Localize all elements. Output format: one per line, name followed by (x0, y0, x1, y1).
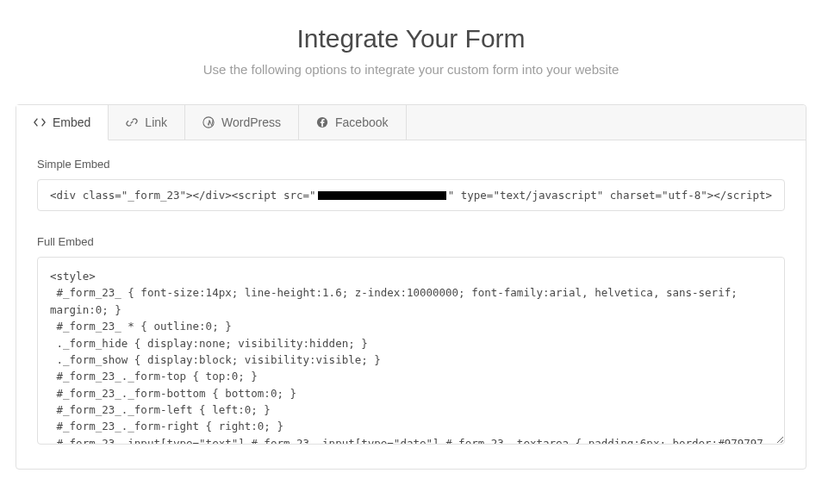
code-suffix: " type="text/javascript" charset="utf-8"… (448, 189, 772, 202)
tab-label: Facebook (335, 115, 388, 129)
tab-wordpress[interactable]: WordPress (185, 105, 299, 140)
tab-label: Embed (53, 115, 90, 129)
simple-embed-code[interactable]: <div class="_form_23"></div><script src=… (37, 179, 785, 211)
wordpress-icon (202, 116, 215, 128)
tab-label: Link (145, 115, 167, 129)
simple-embed-label: Simple Embed (37, 158, 785, 171)
code-prefix: <div class="_form_23"></div><script src=… (50, 189, 316, 202)
tab-link[interactable]: Link (109, 105, 185, 140)
code-icon (34, 116, 46, 128)
full-embed-label: Full Embed (37, 235, 785, 248)
tab-facebook[interactable]: Facebook (299, 105, 406, 140)
full-embed-code[interactable]: <style> #_form_23_ { font-size:14px; lin… (37, 257, 785, 445)
tab-bar: Embed Link WordPress Facebook (16, 105, 806, 140)
integration-panel: Embed Link WordPress Facebook Simple Emb… (16, 104, 806, 470)
page-title: Integrate Your Form (17, 24, 805, 53)
redacted-url (318, 191, 446, 200)
tab-label: WordPress (221, 115, 281, 129)
page-subtitle: Use the following options to integrate y… (17, 62, 805, 77)
facebook-icon (316, 116, 328, 128)
tab-content-embed: Simple Embed <div class="_form_23"></div… (16, 140, 806, 469)
link-icon (126, 116, 138, 128)
tab-embed[interactable]: Embed (16, 105, 109, 140)
